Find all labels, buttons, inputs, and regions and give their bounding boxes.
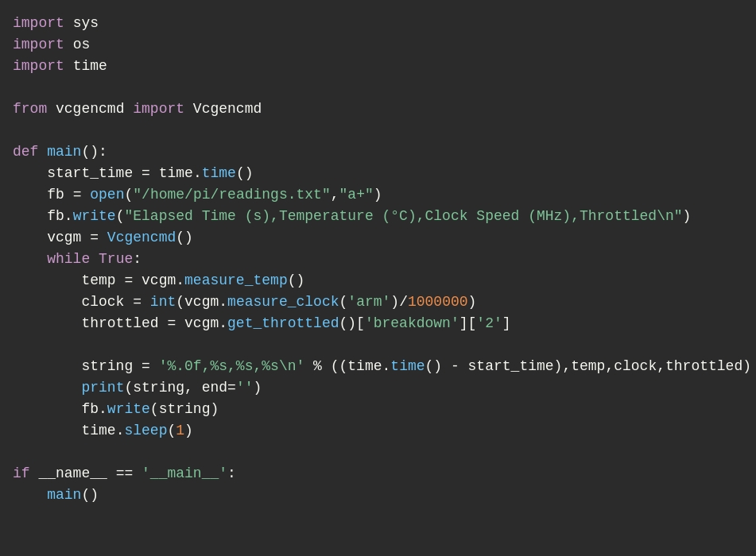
code-line-2: import os	[13, 34, 743, 56]
code-line-5: def main():	[13, 141, 743, 163]
code-line-12: clock = int(vcgm.measure_clock('arm')/10…	[13, 292, 743, 313]
code-line-16: fb.write(string)	[13, 399, 743, 420]
blank-line-3	[13, 334, 743, 356]
code-line-10: while True:	[13, 249, 743, 270]
code-line-13: throttled = vcgm.get_throttled()['breakd…	[13, 313, 743, 334]
code-line-18: if __name__ == '__main__':	[13, 463, 743, 485]
code-line-6: start_time = time.time()	[13, 163, 743, 184]
code-line-17: time.sleep(1)	[13, 420, 743, 442]
code-line-3: import time	[13, 56, 743, 77]
code-line-4: from vcgencmd import Vcgencmd	[13, 98, 743, 120]
code-editor: import sys import os import time from vc…	[0, 0, 756, 556]
code-line-19: main()	[13, 485, 743, 506]
blank-line-2	[13, 120, 743, 141]
code-line-7: fb = open("/home/pi/readings.txt","a+")	[13, 184, 743, 206]
code-line-11: temp = vcgm.measure_temp()	[13, 270, 743, 292]
code-line-1: import sys	[13, 13, 743, 34]
code-line-15: print(string, end='')	[13, 377, 743, 399]
code-line-14: string = '%.0f,%s,%s,%s\n' % ((time.time…	[13, 356, 743, 377]
blank-line-4	[13, 442, 743, 463]
blank-line-1	[13, 77, 743, 98]
code-line-9: vcgm = Vcgencmd()	[13, 227, 743, 249]
code-line-8: fb.write("Elapsed Time (s),Temperature (…	[13, 206, 743, 227]
